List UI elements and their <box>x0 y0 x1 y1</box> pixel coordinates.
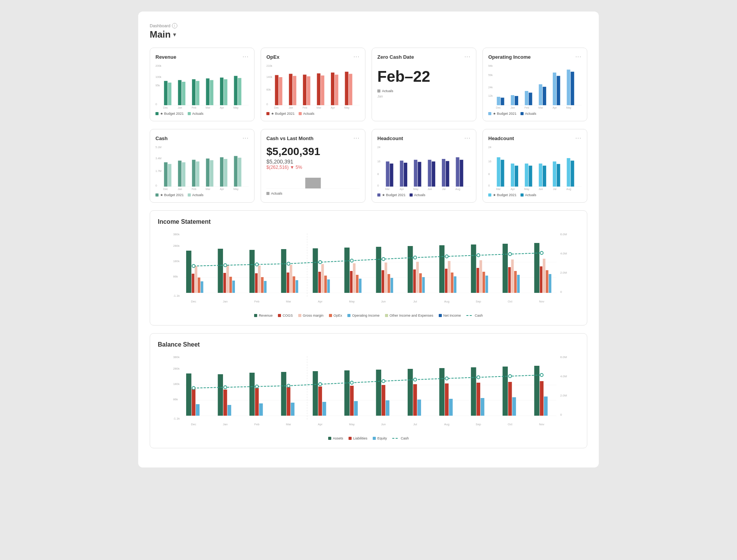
opex-menu[interactable]: ··· <box>354 53 360 60</box>
svg-rect-51 <box>497 97 500 105</box>
svg-point-297 <box>509 375 512 378</box>
headcount2-chart: 24 16 8 0 Mar <box>488 145 582 191</box>
cash-menu[interactable]: ··· <box>243 135 249 142</box>
svg-text:210k: 210k <box>266 64 273 67</box>
svg-rect-185 <box>382 270 384 293</box>
svg-rect-93 <box>305 178 321 188</box>
headcount2-menu[interactable]: ··· <box>575 135 582 142</box>
svg-rect-54 <box>515 96 518 105</box>
svg-point-296 <box>477 376 480 379</box>
svg-rect-172 <box>292 276 295 293</box>
svg-rect-263 <box>313 371 318 416</box>
svg-text:Jul: Jul <box>413 423 417 426</box>
svg-text:280k: 280k <box>173 244 180 248</box>
headcount1-chart: 24 16 8 0 Mar <box>377 145 471 191</box>
cash-big-value: $5,200,391 <box>266 145 360 158</box>
balance-sheet-chart-container: 380k 280k 180k 86k -1.1k 6.0M 4.0M 2.0M … <box>158 354 579 433</box>
svg-rect-107 <box>432 162 435 187</box>
svg-text:Oct: Oct <box>508 300 513 303</box>
svg-rect-83 <box>224 159 227 187</box>
headcount2-header: Headcount ··· <box>488 135 582 142</box>
svg-rect-267 <box>350 386 354 416</box>
svg-rect-161 <box>226 265 229 293</box>
svg-text:16: 16 <box>488 160 491 163</box>
breadcrumb: Dashboard i <box>150 23 587 28</box>
svg-rect-162 <box>229 277 232 293</box>
svg-rect-105 <box>418 162 421 187</box>
svg-rect-60 <box>557 76 560 105</box>
svg-text:Apr: Apr <box>220 187 225 191</box>
legend-opex: OpEx <box>329 314 342 317</box>
revenue-card: Revenue ··· 200k 100k 95k 0 <box>150 48 254 121</box>
cash-card-header: Cash ··· <box>155 135 249 142</box>
svg-text:Nov: Nov <box>539 300 544 303</box>
svg-rect-209 <box>534 243 540 293</box>
svg-rect-195 <box>445 269 448 293</box>
zero-cash-legend: Actuals <box>377 89 471 93</box>
headcount1-menu[interactable]: ··· <box>464 135 471 142</box>
svg-rect-167 <box>261 277 264 293</box>
svg-rect-159 <box>218 249 223 293</box>
svg-text:Jan: Jan <box>178 187 182 191</box>
svg-text:2.0M: 2.0M <box>560 394 567 397</box>
legend-actuals: Actuals <box>188 112 204 116</box>
cash-vs-last-legend: Actuals <box>266 192 360 195</box>
zero-cash-menu[interactable]: ··· <box>464 53 471 60</box>
legend-actuals: Actuals <box>188 193 204 197</box>
svg-rect-76 <box>178 160 182 187</box>
svg-rect-255 <box>223 390 227 416</box>
svg-rect-129 <box>539 164 542 187</box>
svg-text:94k: 94k <box>488 64 493 67</box>
svg-rect-273 <box>413 384 417 416</box>
svg-text:380k: 380k <box>173 233 180 236</box>
svg-rect-210 <box>540 266 542 293</box>
svg-text:86k: 86k <box>173 275 178 278</box>
svg-rect-56 <box>529 93 532 105</box>
cash-mini-chart: May <box>266 174 360 189</box>
svg-text:Aug: Aug <box>566 187 571 191</box>
svg-text:3.4M: 3.4M <box>155 157 162 160</box>
svg-rect-79 <box>196 162 199 187</box>
svg-text:Oct: Oct <box>508 423 513 426</box>
svg-text:380k: 380k <box>173 355 180 359</box>
svg-rect-104 <box>414 160 417 187</box>
zero-cash-xlabel: Jan <box>377 94 471 98</box>
revenue-menu[interactable]: ··· <box>243 53 249 60</box>
cash-title: Cash <box>155 135 168 141</box>
svg-rect-82 <box>220 157 223 187</box>
svg-text:Jan: Jan <box>289 106 293 109</box>
svg-rect-29 <box>279 77 282 105</box>
page-title-text: Main <box>150 29 171 40</box>
chevron-down-icon[interactable]: ▾ <box>173 31 176 38</box>
svg-rect-58 <box>543 87 546 105</box>
svg-text:4.0M: 4.0M <box>560 375 567 378</box>
cards-row2: Cash ··· 5.1M 3.4M 1.7M 0 <box>150 129 587 203</box>
svg-rect-268 <box>354 401 358 416</box>
svg-rect-33 <box>307 76 310 105</box>
svg-point-218 <box>319 261 322 264</box>
svg-text:Feb: Feb <box>254 300 260 303</box>
cash-vs-last-menu[interactable]: ··· <box>354 135 360 142</box>
svg-text:Jul: Jul <box>553 187 557 191</box>
svg-rect-186 <box>385 263 387 293</box>
svg-text:5.1M: 5.1M <box>155 145 162 149</box>
svg-point-215 <box>224 264 227 267</box>
svg-text:8: 8 <box>377 172 379 175</box>
operating-income-menu[interactable]: ··· <box>575 53 582 60</box>
svg-text:16: 16 <box>377 160 380 163</box>
legend-actuals: Actuals <box>410 193 426 197</box>
svg-text:1.7M: 1.7M <box>155 169 162 173</box>
svg-rect-166 <box>258 266 261 293</box>
svg-rect-280 <box>481 398 484 416</box>
svg-rect-124 <box>501 160 504 187</box>
cash-change: $(262,516) ▼ 5% <box>266 165 360 170</box>
svg-text:Dec: Dec <box>191 300 196 303</box>
svg-rect-196 <box>448 261 451 293</box>
svg-text:Jul: Jul <box>442 187 446 191</box>
svg-rect-175 <box>318 272 321 293</box>
svg-rect-9 <box>192 79 195 105</box>
svg-rect-130 <box>543 166 546 187</box>
svg-point-298 <box>540 373 543 377</box>
svg-text:6.0M: 6.0M <box>560 233 567 236</box>
svg-rect-275 <box>439 368 445 416</box>
